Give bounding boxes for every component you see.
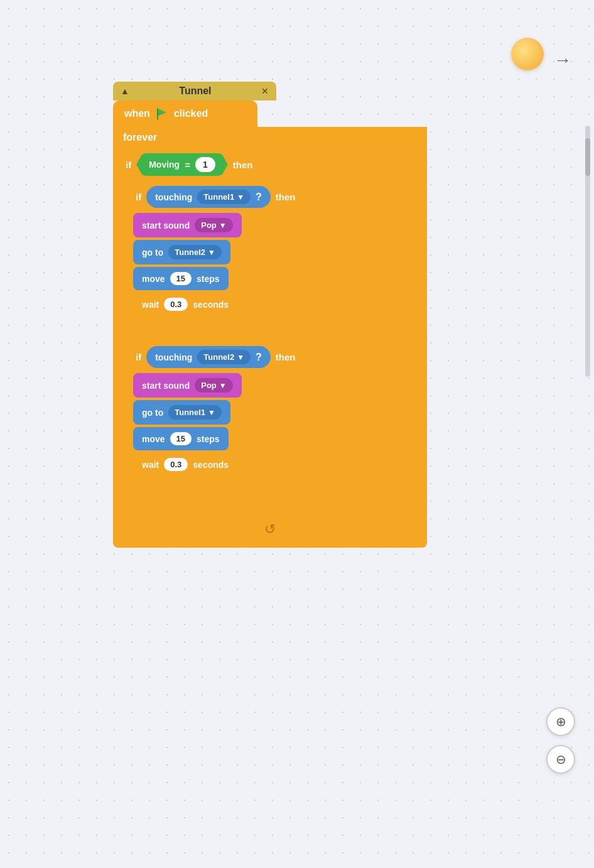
move-15-steps-block-1[interactable]: move 15 steps bbox=[133, 267, 229, 290]
tunnel1-goto-dropdown[interactable]: Tunnel1 ▼ bbox=[168, 405, 222, 420]
sound-label-1: start sound bbox=[142, 220, 190, 231]
tunnel1-dropdown[interactable]: Tunnel1 ▼ bbox=[197, 190, 251, 204]
wait-label-2: wait bbox=[142, 460, 159, 470]
if-label-1: if bbox=[126, 160, 131, 170]
title-bar[interactable]: ▲ Tunnel ✕ bbox=[113, 82, 276, 100]
touching-tunnel2-condition[interactable]: touching Tunnel2 ▼ ? bbox=[146, 346, 271, 368]
dropdown-arrow-1: ▼ bbox=[237, 193, 244, 202]
outer-if-cap bbox=[123, 497, 417, 506]
steps-label-2: steps bbox=[197, 434, 220, 444]
zoom-in-button[interactable]: ⊕ bbox=[546, 707, 575, 736]
touching-label-1: touching bbox=[155, 192, 192, 202]
move-label-2: move bbox=[142, 434, 165, 444]
sprite-arrow-icon: → bbox=[554, 50, 571, 70]
if-moving-block[interactable]: if Moving = 1 then if to bbox=[118, 148, 422, 511]
svg-marker-0 bbox=[158, 109, 166, 116]
if-label-3: if bbox=[136, 352, 141, 362]
steps-value-1[interactable]: 15 bbox=[170, 272, 192, 285]
start-sound-block-1[interactable]: start sound Pop ▼ bbox=[133, 213, 242, 237]
zoom-in-icon: ⊕ bbox=[556, 714, 566, 729]
if-content-1: if touching Tunnel1 ▼ ? then bbox=[123, 181, 417, 495]
clicked-label: clicked bbox=[174, 108, 208, 119]
wait-unit-1: seconds bbox=[193, 300, 229, 310]
wait-value-1[interactable]: 0.3 bbox=[164, 298, 188, 311]
if-touching-tunnel2[interactable]: if touching Tunnel2 ▼ ? then bbox=[128, 341, 412, 490]
canvas-area: → ▲ Tunnel ✕ when clicked forever bbox=[0, 0, 594, 868]
steps-label-1: steps bbox=[197, 274, 220, 284]
moving-condition[interactable]: Moving = 1 bbox=[136, 153, 228, 176]
sound-dropdown-arrow-2: ▼ bbox=[219, 381, 227, 390]
if-content-tunnel2: start sound Pop ▼ go to Tunnel1 bbox=[133, 373, 407, 476]
block-stack: ▲ Tunnel ✕ when clicked forever if bbox=[100, 82, 427, 548]
eq-sign: = bbox=[185, 160, 190, 170]
collapse-icon[interactable]: ▲ bbox=[121, 86, 129, 96]
close-button[interactable]: ✕ bbox=[261, 86, 269, 96]
goto-dropdown-arrow-1: ▼ bbox=[208, 248, 215, 257]
sound-dropdown-arrow-1: ▼ bbox=[219, 221, 227, 230]
forever-loop-bottom: ↺ bbox=[113, 516, 427, 540]
zoom-out-button[interactable]: ⊖ bbox=[546, 745, 575, 774]
if-content-tunnel1: start sound Pop ▼ go to Tunnel2 bbox=[133, 213, 407, 316]
then-label-3: then bbox=[276, 352, 296, 362]
forever-block[interactable]: forever if Moving = 1 then bbox=[113, 127, 427, 548]
steps-value-2[interactable]: 15 bbox=[170, 432, 192, 445]
touching-tunnel1-condition[interactable]: touching Tunnel1 ▼ ? bbox=[146, 186, 271, 208]
sprite-avatar[interactable] bbox=[511, 38, 544, 70]
moving-value[interactable]: 1 bbox=[195, 157, 215, 172]
wait-unit-2: seconds bbox=[193, 460, 229, 470]
sound-label-2: start sound bbox=[142, 381, 190, 391]
flag-icon bbox=[155, 107, 169, 121]
wait-block-2[interactable]: wait 0.3 seconds bbox=[133, 453, 237, 476]
touching-label-2: touching bbox=[155, 352, 192, 362]
moving-variable: Moving bbox=[149, 160, 180, 170]
then-label-1: then bbox=[233, 160, 253, 170]
question-mark-1: ? bbox=[256, 192, 262, 203]
tunnel2-goto-dropdown[interactable]: Tunnel2 ▼ bbox=[168, 245, 222, 259]
pop-dropdown-2[interactable]: Pop ▼ bbox=[195, 378, 232, 393]
inner-if-cap-2 bbox=[133, 476, 407, 485]
when-label: when bbox=[124, 108, 150, 119]
inner-if-cap-1 bbox=[133, 316, 407, 325]
if-touching-tunnel1-header: if touching Tunnel1 ▼ ? then bbox=[128, 181, 412, 213]
wait-block-1[interactable]: wait 0.3 seconds bbox=[133, 293, 237, 316]
forever-label: forever bbox=[113, 127, 427, 148]
if-touching-tunnel1[interactable]: if touching Tunnel1 ▼ ? then bbox=[128, 181, 412, 330]
wait-label-1: wait bbox=[142, 300, 159, 310]
tunnel2-dropdown[interactable]: Tunnel2 ▼ bbox=[197, 350, 251, 364]
start-sound-block-2[interactable]: start sound Pop ▼ bbox=[133, 373, 242, 398]
if-touching-tunnel2-header: if touching Tunnel2 ▼ ? then bbox=[128, 341, 412, 373]
scrollbar-thumb[interactable] bbox=[585, 138, 590, 176]
goto-tunnel2-block[interactable]: go to Tunnel2 ▼ bbox=[133, 240, 230, 264]
question-mark-2: ? bbox=[256, 352, 262, 363]
goto-dropdown-arrow-2: ▼ bbox=[208, 408, 215, 417]
scrollbar[interactable] bbox=[585, 126, 590, 377]
pop-dropdown-1[interactable]: Pop ▼ bbox=[195, 218, 232, 232]
loop-icon: ↺ bbox=[264, 521, 276, 538]
move-label-1: move bbox=[142, 274, 165, 284]
zoom-out-icon: ⊖ bbox=[556, 752, 566, 767]
if-moving-header: if Moving = 1 then bbox=[118, 148, 422, 181]
dropdown-arrow-2: ▼ bbox=[237, 353, 244, 362]
goto-tunnel1-block[interactable]: go to Tunnel1 ▼ bbox=[133, 400, 230, 425]
move-15-steps-block-2[interactable]: move 15 steps bbox=[133, 427, 229, 450]
script-title: Tunnel bbox=[134, 85, 256, 97]
goto-label-1: go to bbox=[142, 247, 163, 258]
goto-label-2: go to bbox=[142, 408, 163, 418]
wait-value-2[interactable]: 0.3 bbox=[164, 458, 188, 471]
when-clicked-block[interactable]: when clicked bbox=[113, 100, 257, 127]
if-label-2: if bbox=[136, 192, 141, 202]
then-label-2: then bbox=[276, 192, 296, 202]
